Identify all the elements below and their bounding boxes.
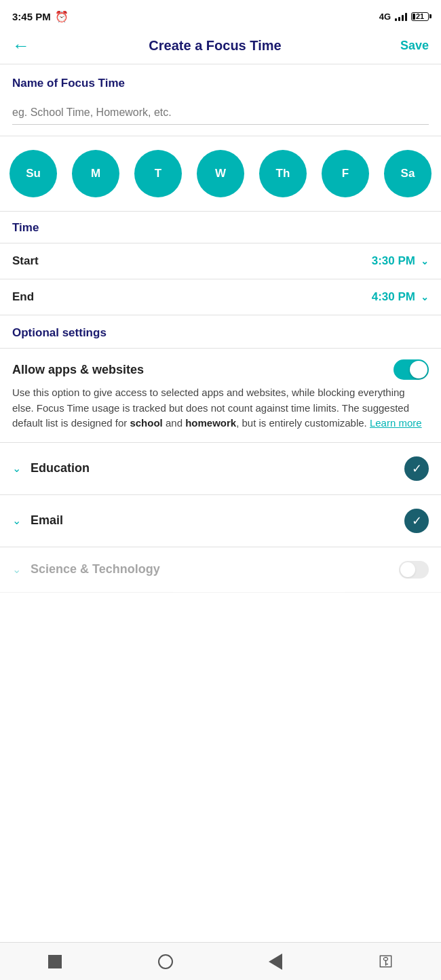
email-chevron-icon: ⌄ xyxy=(12,514,21,527)
end-time-value[interactable]: 4:30 PM ⌄ xyxy=(372,290,429,304)
name-input-container xyxy=(0,97,441,136)
end-time-text: 4:30 PM xyxy=(372,290,415,304)
signal-bar-4 xyxy=(405,13,407,21)
day-wednesday[interactable]: W xyxy=(197,150,244,197)
category-left-email: ⌄ Email xyxy=(12,513,63,528)
category-left-science: ⌄ Science & Technology xyxy=(12,562,160,576)
start-time-text: 3:30 PM xyxy=(372,254,415,268)
time-section-label: Time xyxy=(0,212,441,243)
day-saturday[interactable]: Sa xyxy=(384,150,432,197)
education-category-name: Education xyxy=(31,461,90,475)
email-category-name: Email xyxy=(31,513,63,528)
category-row-science[interactable]: ⌄ Science & Technology xyxy=(0,547,441,593)
battery-fill xyxy=(413,14,415,20)
start-time-row[interactable]: Start 3:30 PM ⌄ xyxy=(0,243,441,279)
allow-apps-description: Use this option to give access to select… xyxy=(0,385,441,443)
time-text: 3:45 PM xyxy=(12,11,51,22)
science-category-name: Science & Technology xyxy=(31,562,160,576)
stop-icon xyxy=(48,955,62,968)
home-icon xyxy=(158,954,173,969)
signal-bar-3 xyxy=(402,15,404,21)
name-section-label: Name of Focus Time xyxy=(0,64,441,97)
battery-container: 21 xyxy=(411,12,429,21)
day-friday[interactable]: F xyxy=(322,150,369,197)
signal-bar-2 xyxy=(398,17,400,21)
signal-bars xyxy=(395,12,407,21)
learn-more-link[interactable]: Learn more xyxy=(370,417,422,429)
signal-bar-1 xyxy=(395,18,397,21)
category-row-email[interactable]: ⌄ Email ✓ xyxy=(0,495,441,547)
day-thursday[interactable]: Th xyxy=(259,150,307,197)
start-label: Start xyxy=(12,254,39,268)
science-toggle[interactable] xyxy=(399,561,429,579)
day-sunday[interactable]: Su xyxy=(9,150,57,197)
day-monday[interactable]: M xyxy=(72,150,119,197)
allow-apps-toggle[interactable] xyxy=(394,359,429,380)
save-button[interactable]: Save xyxy=(400,39,429,53)
desc-part3: , but is entirely customizable. xyxy=(236,417,370,429)
battery-text: 21 xyxy=(416,12,424,20)
end-time-row[interactable]: End 4:30 PM ⌄ xyxy=(0,279,441,315)
main-content: Name of Focus Time Su M T W Th F Sa Time xyxy=(0,64,441,593)
desc-bold-homework: homework xyxy=(185,417,236,429)
education-check-icon[interactable]: ✓ xyxy=(404,456,429,481)
page-title: Create a Focus Time xyxy=(30,38,400,54)
nav-accessibility-button[interactable]: ⚿ xyxy=(375,951,397,973)
name-section: Name of Focus Time xyxy=(0,64,441,136)
day-tuesday[interactable]: T xyxy=(134,150,182,197)
desc-part2: and xyxy=(163,417,185,429)
start-chevron-icon: ⌄ xyxy=(421,256,429,267)
status-time-display: 3:45 PM ⏰ xyxy=(12,10,69,23)
category-row-education[interactable]: ⌄ Education ✓ xyxy=(0,443,441,495)
allow-apps-label: Allow apps & websites xyxy=(12,363,144,377)
battery-indicator: 21 xyxy=(411,12,429,21)
email-check-icon[interactable]: ✓ xyxy=(404,509,429,533)
back-button[interactable]: ← xyxy=(12,37,30,54)
science-chevron-icon: ⌄ xyxy=(12,563,21,576)
time-section: Time Start 3:30 PM ⌄ End 4:30 PM ⌄ xyxy=(0,212,441,315)
nav-home-button[interactable] xyxy=(155,951,176,973)
network-indicator: 4G xyxy=(379,12,391,22)
end-chevron-icon: ⌄ xyxy=(421,292,429,302)
optional-settings-section: Optional settings Allow apps & websites … xyxy=(0,315,441,593)
nav-back-button[interactable] xyxy=(265,951,286,973)
end-label: End xyxy=(12,290,34,304)
nav-stop-button[interactable] xyxy=(44,951,66,973)
bottom-navigation: ⚿ xyxy=(0,942,441,980)
focus-time-name-input[interactable] xyxy=(12,101,429,125)
accessibility-icon: ⚿ xyxy=(379,953,394,971)
allow-apps-row: Allow apps & websites xyxy=(0,349,441,385)
app-header: ← Create a Focus Time Save xyxy=(0,30,441,64)
optional-settings-label: Optional settings xyxy=(0,315,441,349)
education-chevron-icon: ⌄ xyxy=(12,462,21,475)
science-toggle-knob xyxy=(400,562,415,577)
status-bar: 3:45 PM ⏰ 4G 21 xyxy=(0,0,441,30)
toggle-knob xyxy=(410,361,427,378)
status-right: 4G 21 xyxy=(379,12,429,22)
back-icon xyxy=(269,954,282,970)
days-selector: Su M T W Th F Sa xyxy=(0,136,441,212)
category-left-education: ⌄ Education xyxy=(12,461,90,475)
alarm-icon: ⏰ xyxy=(55,10,69,23)
desc-bold-school: school xyxy=(130,417,162,429)
start-time-value[interactable]: 3:30 PM ⌄ xyxy=(372,254,429,268)
